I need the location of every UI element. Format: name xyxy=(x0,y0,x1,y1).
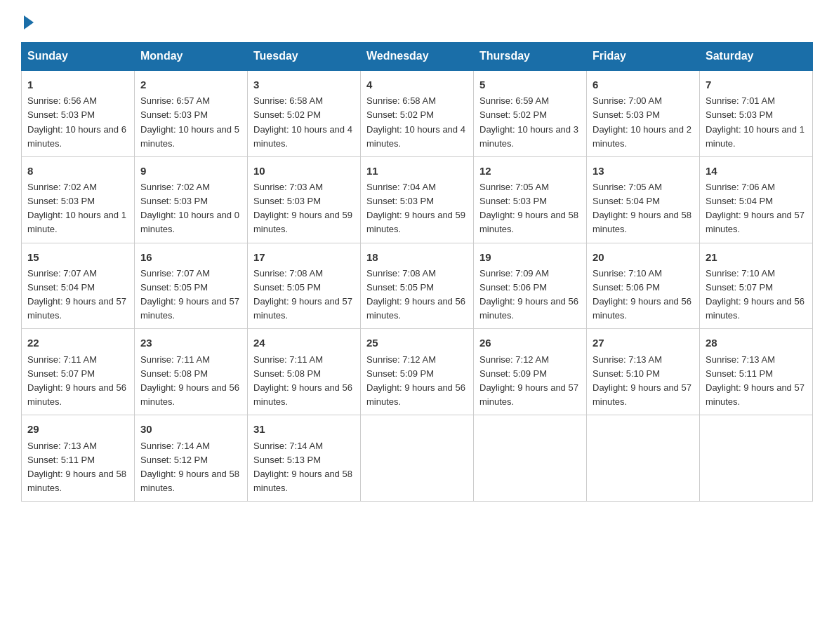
sunrise-text: Sunrise: 7:14 AM xyxy=(253,441,323,451)
sunrise-text: Sunrise: 7:12 AM xyxy=(366,354,436,365)
calendar-cell: 8Sunrise: 7:02 AMSunset: 5:03 PMDaylight… xyxy=(22,156,135,243)
header-cell-friday: Friday xyxy=(587,43,700,71)
daylight-text: Daylight: 9 hours and 56 minutes. xyxy=(479,296,578,321)
calendar-table: SundayMondayTuesdayWednesdayThursdayFrid… xyxy=(21,42,813,502)
day-number: 26 xyxy=(479,335,581,351)
calendar-cell: 11Sunrise: 7:04 AMSunset: 5:03 PMDayligh… xyxy=(361,156,474,243)
sunset-text: Sunset: 5:03 PM xyxy=(140,109,208,120)
sunset-text: Sunset: 5:02 PM xyxy=(366,109,434,120)
calendar-cell: 14Sunrise: 7:06 AMSunset: 5:04 PMDayligh… xyxy=(700,156,813,243)
header-cell-monday: Monday xyxy=(135,43,248,71)
sunset-text: Sunset: 5:05 PM xyxy=(253,282,321,293)
calendar-cell: 25Sunrise: 7:12 AMSunset: 5:09 PMDayligh… xyxy=(361,329,474,415)
sunrise-text: Sunrise: 7:05 AM xyxy=(593,182,662,192)
calendar-cell: 2Sunrise: 6:57 AMSunset: 5:03 PMDaylight… xyxy=(135,70,248,156)
sunrise-text: Sunrise: 7:10 AM xyxy=(593,268,662,279)
day-number: 23 xyxy=(140,335,241,351)
sunset-text: Sunset: 5:07 PM xyxy=(27,368,95,379)
sunset-text: Sunset: 5:05 PM xyxy=(140,282,208,293)
calendar-cell: 6Sunrise: 7:00 AMSunset: 5:03 PMDaylight… xyxy=(587,70,700,156)
calendar-cell: 13Sunrise: 7:05 AMSunset: 5:04 PMDayligh… xyxy=(587,156,700,243)
sunset-text: Sunset: 5:05 PM xyxy=(366,282,434,293)
calendar-cell: 7Sunrise: 7:01 AMSunset: 5:03 PMDaylight… xyxy=(700,70,813,156)
sunset-text: Sunset: 5:08 PM xyxy=(253,368,321,379)
calendar-cell: 5Sunrise: 6:59 AMSunset: 5:02 PMDaylight… xyxy=(474,70,587,156)
sunrise-text: Sunrise: 7:00 AM xyxy=(593,95,662,106)
daylight-text: Daylight: 9 hours and 56 minutes. xyxy=(253,382,352,407)
day-number: 1 xyxy=(27,76,128,93)
day-number: 6 xyxy=(593,76,694,93)
day-number: 14 xyxy=(706,163,807,179)
sunset-text: Sunset: 5:03 PM xyxy=(706,109,773,120)
sunrise-text: Sunrise: 6:58 AM xyxy=(253,95,323,106)
day-number: 15 xyxy=(27,249,128,265)
daylight-text: Daylight: 9 hours and 56 minutes. xyxy=(140,382,239,407)
sunrise-text: Sunrise: 7:08 AM xyxy=(366,268,436,279)
daylight-text: Daylight: 9 hours and 58 minutes. xyxy=(27,469,126,493)
daylight-text: Daylight: 9 hours and 56 minutes. xyxy=(366,296,465,321)
sunset-text: Sunset: 5:12 PM xyxy=(140,455,208,465)
day-number: 5 xyxy=(479,76,581,93)
header-cell-wednesday: Wednesday xyxy=(361,43,474,71)
calendar-cell: 30Sunrise: 7:14 AMSunset: 5:12 PMDayligh… xyxy=(135,415,248,502)
sunset-text: Sunset: 5:04 PM xyxy=(593,196,660,206)
header-cell-thursday: Thursday xyxy=(474,43,587,71)
sunrise-text: Sunrise: 7:13 AM xyxy=(593,354,662,365)
sunrise-text: Sunrise: 7:06 AM xyxy=(706,182,775,192)
sunset-text: Sunset: 5:08 PM xyxy=(140,368,208,379)
daylight-text: Daylight: 10 hours and 4 minutes. xyxy=(253,124,352,149)
calendar-cell: 16Sunrise: 7:07 AMSunset: 5:05 PMDayligh… xyxy=(135,243,248,329)
day-number: 29 xyxy=(27,421,128,437)
daylight-text: Daylight: 9 hours and 59 minutes. xyxy=(253,210,352,234)
sunset-text: Sunset: 5:11 PM xyxy=(706,368,773,379)
sunrise-text: Sunrise: 6:58 AM xyxy=(366,95,436,106)
calendar-cell: 9Sunrise: 7:02 AMSunset: 5:03 PMDaylight… xyxy=(135,156,248,243)
daylight-text: Daylight: 10 hours and 6 minutes. xyxy=(27,124,126,149)
daylight-text: Daylight: 10 hours and 1 minute. xyxy=(706,124,805,149)
sunset-text: Sunset: 5:06 PM xyxy=(593,282,660,293)
sunrise-text: Sunrise: 7:03 AM xyxy=(253,182,323,192)
day-number: 27 xyxy=(593,335,694,351)
sunrise-text: Sunrise: 7:07 AM xyxy=(140,268,210,279)
day-number: 16 xyxy=(140,249,241,265)
sunrise-text: Sunrise: 7:07 AM xyxy=(27,268,97,279)
calendar-body: 1Sunrise: 6:56 AMSunset: 5:03 PMDaylight… xyxy=(22,70,813,502)
sunset-text: Sunset: 5:03 PM xyxy=(27,109,95,120)
calendar-cell: 15Sunrise: 7:07 AMSunset: 5:04 PMDayligh… xyxy=(22,243,135,329)
logo xyxy=(21,14,35,29)
calendar-week-4: 22Sunrise: 7:11 AMSunset: 5:07 PMDayligh… xyxy=(22,329,813,415)
sunrise-text: Sunrise: 6:56 AM xyxy=(27,95,97,106)
page-header xyxy=(21,14,813,29)
daylight-text: Daylight: 9 hours and 57 minutes. xyxy=(479,382,578,407)
sunset-text: Sunset: 5:11 PM xyxy=(27,455,95,465)
daylight-text: Daylight: 9 hours and 58 minutes. xyxy=(253,469,352,493)
day-number: 4 xyxy=(366,76,468,93)
daylight-text: Daylight: 10 hours and 2 minutes. xyxy=(593,124,691,149)
day-number: 9 xyxy=(140,163,241,179)
sunrise-text: Sunrise: 6:59 AM xyxy=(479,95,549,106)
header-cell-saturday: Saturday xyxy=(700,43,813,71)
day-number: 18 xyxy=(366,249,468,265)
day-number: 11 xyxy=(366,163,468,179)
sunset-text: Sunset: 5:02 PM xyxy=(479,109,547,120)
sunset-text: Sunset: 5:03 PM xyxy=(253,196,321,206)
sunset-text: Sunset: 5:09 PM xyxy=(479,368,547,379)
calendar-cell: 17Sunrise: 7:08 AMSunset: 5:05 PMDayligh… xyxy=(248,243,361,329)
header-row: SundayMondayTuesdayWednesdayThursdayFrid… xyxy=(22,43,813,71)
day-number: 25 xyxy=(366,335,468,351)
calendar-cell: 18Sunrise: 7:08 AMSunset: 5:05 PMDayligh… xyxy=(361,243,474,329)
daylight-text: Daylight: 10 hours and 4 minutes. xyxy=(366,124,465,149)
calendar-cell: 20Sunrise: 7:10 AMSunset: 5:06 PMDayligh… xyxy=(587,243,700,329)
calendar-week-2: 8Sunrise: 7:02 AMSunset: 5:03 PMDaylight… xyxy=(22,156,813,243)
daylight-text: Daylight: 9 hours and 57 minutes. xyxy=(27,296,126,321)
calendar-cell: 12Sunrise: 7:05 AMSunset: 5:03 PMDayligh… xyxy=(474,156,587,243)
sunset-text: Sunset: 5:03 PM xyxy=(140,196,208,206)
day-number: 30 xyxy=(140,421,241,437)
sunrise-text: Sunrise: 7:01 AM xyxy=(706,95,775,106)
daylight-text: Daylight: 9 hours and 56 minutes. xyxy=(366,382,465,407)
sunset-text: Sunset: 5:03 PM xyxy=(593,109,660,120)
daylight-text: Daylight: 9 hours and 56 minutes. xyxy=(706,296,805,321)
day-number: 2 xyxy=(140,76,241,93)
daylight-text: Daylight: 10 hours and 3 minutes. xyxy=(479,124,578,149)
calendar-cell: 19Sunrise: 7:09 AMSunset: 5:06 PMDayligh… xyxy=(474,243,587,329)
